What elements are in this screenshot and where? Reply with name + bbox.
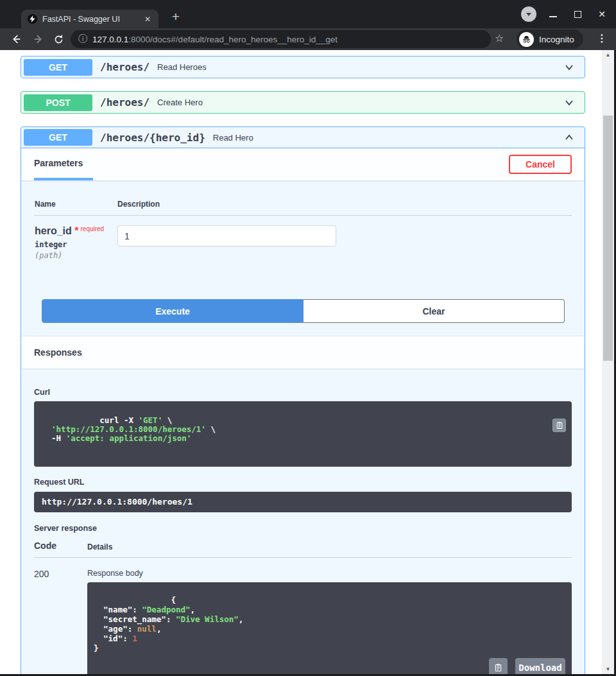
response-body-label: Response body	[87, 569, 572, 578]
incognito-badge: Incognito	[517, 30, 583, 49]
close-button[interactable]: ✕	[594, 6, 610, 22]
operation-summary[interactable]: GET /heroes/ Read Heroes	[21, 56, 585, 78]
back-button[interactable]	[8, 31, 24, 47]
operation-path: /heroes/	[100, 96, 150, 108]
column-header-name: Name	[35, 200, 117, 209]
response-body: { "name": "Deadpond", "secret_name": "Di…	[87, 582, 572, 676]
new-tab-button[interactable]: +	[167, 8, 185, 26]
scrollbar-thumb[interactable]	[603, 116, 613, 361]
browser-toolbar: ⓘ 127.0.0.1:8000/docs#/default/read_hero…	[0, 28, 616, 50]
parameters-section: Name Description hero_id *required integ…	[21, 180, 585, 260]
minimize-button[interactable]	[545, 6, 561, 22]
tab-title: FastAPI - Swagger UI	[42, 15, 142, 24]
window-menu-button[interactable]	[521, 6, 536, 22]
operation-get-hero-by-id: GET /heroes/{hero_id} Read Hero Paramete…	[21, 126, 585, 676]
curl-command: curl -X 'GET' \ 'http://127.0.0.1:8000/h…	[34, 401, 572, 467]
responses-section: Curl curl -X 'GET' \ 'http://127.0.0.1:8…	[21, 368, 585, 676]
server-response-label: Server response	[34, 524, 572, 533]
browser-window: FastAPI - Swagger UI ✕ + ✕ ⓘ 127.0.0.1:8…	[0, 0, 616, 676]
request-url-value: http://127.0.0.1:8000/heroes/1	[34, 492, 572, 512]
column-header-description: Description	[117, 200, 160, 209]
responses-title: Responses	[21, 336, 585, 368]
chevron-up-icon[interactable]	[563, 131, 576, 144]
chevron-down-icon[interactable]	[563, 96, 576, 109]
response-row: 200 Response body { "name": "Deadpond", …	[34, 558, 572, 676]
operation-path: /heroes/{hero_id}	[100, 132, 205, 144]
reload-button[interactable]	[51, 31, 66, 47]
download-button[interactable]: Download	[515, 658, 565, 676]
request-url-label: Request URL	[34, 478, 572, 487]
browser-tab[interactable]: FastAPI - Swagger UI ✕	[21, 10, 158, 28]
operation-path: /heroes/	[100, 61, 150, 73]
forward-button[interactable]	[31, 31, 46, 47]
maximize-button[interactable]	[570, 6, 585, 22]
method-badge: GET	[24, 129, 92, 146]
parameter-row: hero_id *required integer (path)	[34, 216, 572, 260]
incognito-label: Incognito	[539, 35, 574, 44]
copy-to-clipboard-icon[interactable]	[489, 658, 508, 676]
details-header: Details	[87, 542, 112, 551]
page-content: GET /heroes/ Read Heroes POST /heroes/ C…	[0, 50, 616, 676]
scroll-up-icon[interactable]: ▲	[602, 52, 614, 58]
response-table-header: Code Details	[34, 541, 572, 558]
cancel-button[interactable]: Cancel	[509, 155, 572, 174]
operation-summary[interactable]: GET /heroes/{hero_id} Read Hero	[21, 127, 585, 148]
curl-label: Curl	[34, 388, 572, 397]
chevron-down-icon[interactable]	[563, 61, 576, 74]
vertical-scrollbar[interactable]: ▲ ▼	[602, 50, 614, 674]
copy-to-clipboard-icon[interactable]	[552, 419, 566, 432]
fastapi-favicon-icon	[28, 14, 37, 24]
parameter-location: (path)	[35, 251, 117, 260]
browser-menu-icon[interactable]: ⋮	[597, 32, 607, 44]
operation-get-heroes: GET /heroes/ Read Heroes	[21, 56, 585, 78]
execute-row: Execute Clear	[42, 299, 565, 323]
operation-description: Create Hero	[157, 98, 203, 107]
tab-close-icon[interactable]: ✕	[142, 13, 153, 25]
parameters-header: Parameters Cancel	[21, 148, 585, 180]
required-star: *	[74, 225, 78, 236]
operation-description: Read Heroes	[157, 62, 207, 72]
clear-button[interactable]: Clear	[304, 299, 565, 323]
status-code: 200	[34, 569, 87, 676]
url-text: 127.0.0.1:8000/docs#/default/read_hero_h…	[92, 35, 338, 44]
url-bar[interactable]: ⓘ 127.0.0.1:8000/docs#/default/read_hero…	[71, 30, 491, 48]
operation-post-heroes: POST /heroes/ Create Hero	[21, 91, 585, 114]
scroll-down-icon[interactable]: ▼	[602, 666, 614, 672]
tab-parameters[interactable]: Parameters	[34, 148, 93, 180]
bookmark-star-icon[interactable]: ☆	[495, 33, 504, 44]
execute-button[interactable]: Execute	[42, 299, 304, 323]
code-header: Code	[34, 541, 87, 551]
method-badge: POST	[24, 94, 92, 111]
tab-strip: FastAPI - Swagger UI ✕ + ✕	[0, 0, 616, 28]
parameter-name: hero_id *required	[35, 225, 117, 237]
operation-summary[interactable]: POST /heroes/ Create Hero	[21, 92, 585, 113]
page-info-icon[interactable]: ⓘ	[78, 33, 87, 45]
method-badge: GET	[24, 59, 92, 76]
incognito-icon	[519, 32, 534, 47]
required-label: required	[80, 225, 104, 232]
hero-id-input[interactable]	[117, 225, 336, 247]
parameter-type: integer	[35, 240, 117, 249]
operation-description: Read Hero	[213, 133, 253, 143]
